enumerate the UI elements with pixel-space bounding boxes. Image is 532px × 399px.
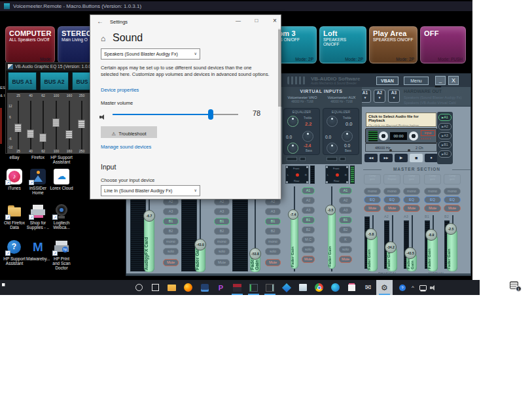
desktop-label-hp-support[interactable]: HP Support Assistant <box>50 155 73 164</box>
aux-k-button[interactable]: K <box>339 236 352 243</box>
play-button[interactable]: ▶ <box>395 154 408 162</box>
busA2-gain-value[interactable]: -34.2 <box>385 241 397 253</box>
strip2-route-a3[interactable]: A3 <box>214 208 230 215</box>
busA1-mute-button[interactable]: Mute <box>364 205 381 212</box>
strip3-gain-value[interactable]: -53.8 <box>249 248 261 260</box>
busA3-mute-button[interactable]: Mute <box>403 205 420 212</box>
busA2-mute-button[interactable]: Mute <box>383 205 400 212</box>
tray-network-icon[interactable] <box>417 280 428 295</box>
busB2-eq-button[interactable]: EQ <box>444 196 461 203</box>
eq-slider-handle-25[interactable] <box>14 124 22 132</box>
eq-slider-handle-100[interactable] <box>52 118 60 127</box>
strip1-solo-button[interactable]: solo <box>163 248 179 255</box>
maximize-button[interactable]: □ <box>248 15 265 27</box>
volume-slider[interactable] <box>113 114 238 115</box>
store-icon[interactable] <box>344 280 360 295</box>
treble-knob[interactable] <box>327 116 338 127</box>
desktop-icon-hp-print-scan[interactable]: hp ↗ HP Print and Scan Doctor <box>50 239 73 270</box>
vm-minimize-button[interactable]: _ <box>435 76 446 85</box>
vaio-route-a1[interactable]: A1 <box>302 187 315 194</box>
task-view-icon[interactable] <box>147 280 164 295</box>
vaio-fader[interactable]: Fader Gain <box>291 215 298 269</box>
manage-sound-devices-link[interactable]: Manage sound devices <box>101 144 151 150</box>
desktop-label-firefox[interactable]: Firefox <box>26 155 50 160</box>
close-button[interactable]: × <box>266 15 283 27</box>
tray-volume-icon[interactable] <box>428 280 438 295</box>
busA1-mono-button[interactable]: mono <box>364 188 381 195</box>
vban-button[interactable]: VBAN <box>376 77 399 85</box>
busA3-mono-button[interactable]: mono <box>403 188 420 195</box>
vaio-pan-panel[interactable]: Front Rear L R <box>285 165 309 184</box>
fast-forward-button[interactable]: ▶▶ <box>380 154 393 162</box>
busA3-gain-value[interactable]: -43.5 <box>404 247 416 259</box>
menu-button[interactable]: Menu <box>404 77 429 85</box>
bass-knob[interactable] <box>327 143 338 154</box>
notes-app-icon[interactable] <box>294 280 311 295</box>
desktop-icon-hp-support-assistant[interactable]: ? ↗ HP Support Assistant <box>3 239 26 266</box>
busA1-comp-panel[interactable]: Compgate ||||| <box>364 174 381 184</box>
file-explorer-icon[interactable] <box>164 280 180 295</box>
eq-slider-handle-40[interactable] <box>27 130 34 138</box>
busA3-eq-button[interactable]: EQ <box>403 196 420 203</box>
desktop-label-ebay[interactable]: eBay <box>3 155 26 160</box>
recorder-hint-box[interactable]: Click to Select Audio file for Playback … <box>366 113 436 127</box>
busA1-gain-value[interactable]: -5.8 <box>365 228 377 240</box>
vaio-route-b1[interactable]: B1 <box>302 217 315 224</box>
tray-show-hidden-icons[interactable]: ^ <box>408 280 417 295</box>
recorder-route-a2[interactable]: ▶A2 <box>438 123 452 130</box>
record-button[interactable]: ● <box>425 154 438 162</box>
strip1-mute-button[interactable]: Mute <box>163 259 179 266</box>
minimize-button[interactable]: — <box>230 15 247 27</box>
recorder-route-a1[interactable]: ▶A1 <box>438 114 452 121</box>
strip2-gain-value[interactable]: -43.0 <box>194 239 206 251</box>
desktop-icon-itunes[interactable]: ♪ ↗ iTunes <box>3 169 26 190</box>
tray-help-icon[interactable]: ? <box>397 280 408 295</box>
eq-slider-handle-62[interactable] <box>39 133 46 142</box>
aux-route-b1[interactable]: B1 <box>339 217 352 224</box>
busA2-mono-button[interactable]: mono <box>383 188 400 195</box>
strip2-solo-button[interactable]: solo <box>214 248 230 255</box>
desktop-icon-old-firefox-data[interactable]: ↗ Old Firefox Data <box>3 203 26 230</box>
troubleshoot-button[interactable]: ⚠ Troubleshoot <box>101 126 157 138</box>
vaio-route-a2[interactable]: A2 <box>302 197 315 204</box>
aux-route-a1[interactable]: A1 <box>339 187 352 194</box>
stop-button[interactable]: ■ <box>410 154 423 162</box>
busB1-gain-value[interactable]: -8.9 <box>425 229 437 241</box>
vaio-mini-control[interactable] <box>287 157 297 161</box>
strip1-fader[interactable]: AudigyFX Card <box>144 216 154 272</box>
media-app-icon[interactable]: P <box>213 280 229 295</box>
scrollbar-thumb[interactable] <box>278 29 281 107</box>
busB2-mono-button[interactable]: mono <box>444 188 461 195</box>
desktop-icon-logitech-webcam[interactable]: ↗ Logitech Webca... <box>50 203 73 230</box>
busB2-gain-value[interactable]: -2.5 <box>445 223 457 235</box>
speaker-icon[interactable] <box>99 114 106 120</box>
busB1-eq-button[interactable]: EQ <box>424 196 441 203</box>
start-button[interactable] <box>0 280 18 295</box>
vaio-mute-button[interactable]: Mute <box>302 256 315 263</box>
eq-slider-handle-250[interactable] <box>78 120 85 128</box>
aux-solo-button[interactable]: solo <box>339 246 352 253</box>
mid-knob[interactable] <box>342 131 353 142</box>
inssider-taskbar-icon[interactable] <box>196 280 213 295</box>
treble-knob[interactable] <box>287 116 298 127</box>
busB1-mono-button[interactable]: mono <box>424 188 441 195</box>
output-device-dropdown[interactable]: Speakers (Sound Blaster Audigy Fx) ∨ <box>101 48 200 60</box>
desktop-icon-shop-supplies[interactable]: ↗ Shop for Supplies - .. <box>26 203 50 230</box>
settings-taskbar-icon[interactable]: ⚙ <box>376 280 393 295</box>
busA1-eq-button[interactable]: EQ <box>364 196 381 203</box>
macro-button-play-area[interactable]: Play Area SPEAKERS ON/OFF Mode: 2P <box>369 26 417 63</box>
edge-icon[interactable] <box>327 280 344 295</box>
chrome-icon[interactable] <box>311 280 327 295</box>
device-properties-link[interactable]: Device properties <box>101 87 139 93</box>
volume-slider-thumb[interactable] <box>208 109 213 120</box>
recorder-route-a3[interactable]: ▶A3 <box>438 132 452 139</box>
strip1-mono-button[interactable]: mono <box>163 238 179 245</box>
action-center-icon[interactable]: 1 <box>510 281 523 293</box>
busA2-comp-panel[interactable]: stereoRepeat ||||| <box>383 174 400 184</box>
pan-position-dot[interactable] <box>336 173 339 177</box>
recorder-route-b2[interactable]: ▶B2 <box>438 150 452 158</box>
aux-mini-control[interactable] <box>340 157 346 161</box>
busA3-comp-panel[interactable]: Compgate ||||| <box>403 174 420 184</box>
mid-knob[interactable] <box>302 131 313 142</box>
desktop-icon-lorex[interactable]: ☁ Lorex Cloud <box>50 169 73 190</box>
